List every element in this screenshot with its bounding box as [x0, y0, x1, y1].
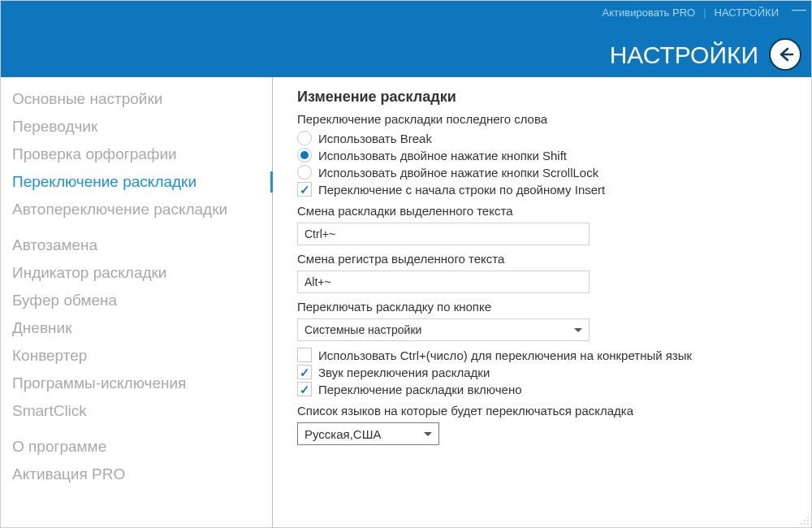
switch-by-button-label: Переключать раскладку по кнопке: [297, 300, 811, 314]
arrow-left-icon: [776, 45, 794, 63]
switch-by-button-value: Системные настройки: [304, 323, 421, 336]
checkbox[interactable]: [297, 382, 312, 396]
hotkey1-label: Смена раскладки выделенного текста: [297, 204, 811, 218]
lang-list-select[interactable]: Русская,США: [297, 422, 439, 445]
sidebar-item[interactable]: Переключение раскладки: [1, 168, 272, 196]
header-toolbar: Активировать PRO | НАСТРОЙКИ —: [594, 1, 811, 24]
svg-point-1: [804, 520, 806, 522]
switch-by-button-select[interactable]: Системные настройки: [297, 318, 590, 341]
chevron-down-icon: [574, 328, 582, 332]
last-word-switch-label: Переключение раскладки последнего слова: [297, 112, 811, 126]
lang-list-value: Русская,США: [304, 427, 381, 441]
svg-point-0: [807, 517, 809, 518]
sidebar-item[interactable]: Индикатор раскладки: [1, 259, 272, 287]
hotkey2-label: Смена регистра выделенного текста: [297, 252, 811, 266]
app-header: Активировать PRO | НАСТРОЙКИ — НАСТРОЙКИ: [1, 1, 811, 77]
radio-label: Использовать двойное нажатие кнопки Scro…: [318, 166, 598, 180]
sidebar-item[interactable]: Программы-исключения: [1, 370, 272, 397]
sidebar-item[interactable]: Автопереключение раскладки: [1, 196, 272, 223]
minimize-button[interactable]: —: [787, 1, 811, 24]
sidebar-group-gap: [1, 425, 272, 433]
page-title: НАСТРОЙКИ: [610, 41, 758, 69]
svg-point-4: [804, 523, 806, 525]
sidebar-item[interactable]: Переводчик: [1, 113, 272, 141]
lang-list-label: Список языков на которые будет переключа…: [297, 404, 811, 418]
radio-button[interactable]: [297, 148, 312, 162]
radio-label: Использовать Break: [318, 132, 432, 145]
radio-row: Использовать двойное нажатие кнопки Scro…: [297, 165, 811, 180]
sidebar-item[interactable]: Активация PRO: [1, 461, 272, 488]
radio-button[interactable]: [297, 131, 312, 145]
radio-label: Использовать двойное нажатие кнопки Shif…: [318, 149, 567, 162]
checkbox-row: Звук переключения раскладки: [297, 365, 811, 379]
sidebar-item[interactable]: Автозамена: [1, 232, 272, 259]
radio-row: Использовать Break: [297, 131, 811, 145]
checkbox-label: Использовать Ctrl+(число) для переключен…: [318, 348, 692, 362]
settings-link[interactable]: НАСТРОЙКИ: [706, 6, 787, 19]
hotkey1-input[interactable]: Ctrl+~: [297, 223, 590, 245]
checkbox[interactable]: [297, 365, 312, 379]
sidebar-item[interactable]: Конвертер: [1, 342, 272, 370]
resize-grip-icon[interactable]: [798, 514, 810, 526]
sidebar-item[interactable]: Основные настройки: [1, 85, 272, 113]
back-button[interactable]: [769, 38, 801, 71]
sidebar-item[interactable]: Проверка орфографии: [1, 141, 272, 168]
sidebar: Основные настройкиПереводчикПроверка орф…: [1, 77, 273, 527]
checkbox-row: Переключение раскладки включено: [297, 382, 811, 396]
radio-row: Использовать двойное нажатие кнопки Shif…: [297, 148, 811, 162]
content-panel: Изменение раскладки Переключение расклад…: [273, 77, 811, 527]
svg-point-3: [801, 523, 802, 525]
sidebar-item[interactable]: SmartClick: [1, 397, 272, 425]
svg-point-2: [807, 520, 809, 522]
chevron-down-icon: [424, 432, 432, 436]
insert-checkbox[interactable]: [297, 182, 312, 197]
sidebar-item[interactable]: Дневник: [1, 314, 272, 342]
checkbox-label: Звук переключения раскладки: [318, 366, 490, 379]
checkbox-label: Переключение раскладки включено: [318, 383, 522, 396]
activate-pro-link[interactable]: Активировать PRO: [594, 6, 704, 19]
section-title: Изменение раскладки: [297, 89, 811, 106]
sidebar-group-gap: [1, 223, 272, 232]
radio-button[interactable]: [297, 165, 312, 180]
insert-checkbox-label: Переключение с начала строки по двойному…: [318, 183, 605, 197]
sidebar-item[interactable]: Буфер обмена: [1, 287, 272, 314]
checkbox[interactable]: [297, 348, 312, 362]
body: Основные настройкиПереводчикПроверка орф…: [1, 77, 811, 527]
checkbox-row: Использовать Ctrl+(число) для переключен…: [297, 348, 811, 362]
hotkey2-input[interactable]: Alt+~: [297, 270, 590, 293]
sidebar-item[interactable]: О программе: [1, 433, 272, 461]
svg-point-5: [807, 523, 809, 525]
